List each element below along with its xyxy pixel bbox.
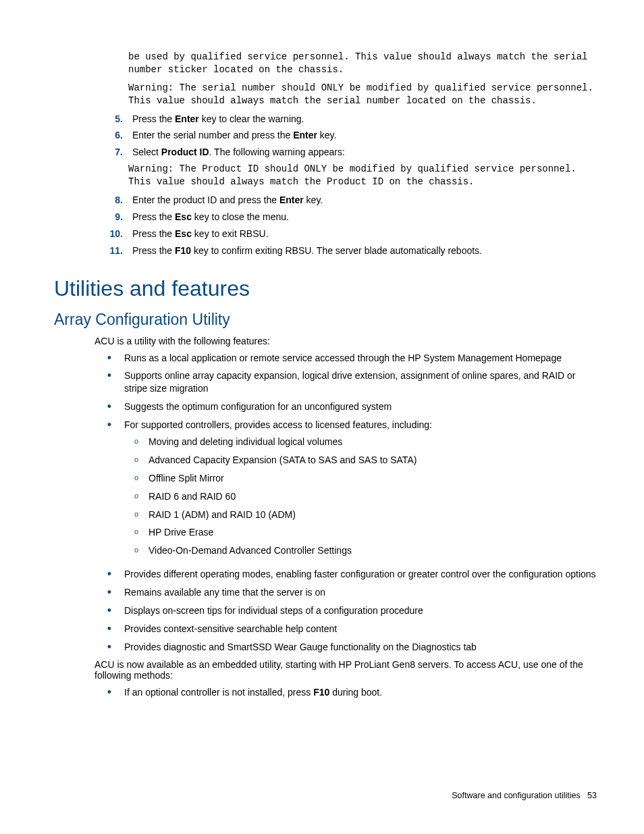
step-text: Enter the serial number and press the En… [132, 129, 597, 142]
bullet-icon: • [95, 623, 124, 635]
step-text: Select Product ID. The following warning… [132, 146, 597, 159]
list-item: •Remains available any time that the ser… [95, 586, 597, 599]
step-text: Press the Esc key to exit RBSU. [132, 228, 597, 240]
content-column: be used by qualified service personnel. … [47, 51, 597, 699]
sub-list-text: RAID 6 and RAID 60 [149, 490, 597, 503]
bullet-icon: • [95, 586, 124, 599]
warning-text: be used by qualified service personnel. … [128, 51, 597, 76]
bullet-icon: • [95, 568, 124, 581]
bold-key: F10 [313, 687, 329, 698]
circle-bullet-icon: o [124, 454, 149, 467]
bold-key: Enter [279, 194, 304, 205]
bold-key: F10 [175, 245, 191, 256]
document-page: be used by qualified service personnel. … [0, 0, 644, 834]
list-item: •Provides different operating modes, ena… [95, 568, 597, 581]
sub-list-text: HP Drive Erase [149, 526, 597, 539]
list-text: If an optional controller is not install… [124, 686, 597, 699]
bullet-icon: • [95, 604, 124, 617]
sub-list-item: oAdvanced Capacity Expansion (SATA to SA… [124, 454, 597, 467]
step-number: 10. [95, 228, 123, 240]
sub-list-item: oHP Drive Erase [124, 526, 597, 539]
sub-list-text: Video-On-Demand Advanced Controller Sett… [149, 544, 597, 557]
list-text: Displays on-screen tips for individual s… [124, 604, 597, 617]
list-text: Runs as a local application or remote se… [124, 352, 597, 365]
warning-text: Warning: The serial number should ONLY b… [128, 82, 597, 107]
circle-bullet-icon: o [124, 490, 149, 503]
bold-key: Esc [175, 228, 192, 239]
bold-key: Enter [175, 113, 199, 124]
step-number: 6. [95, 129, 123, 142]
sub-list: oMoving and deleting individual logical … [124, 436, 597, 557]
step-number: 8. [95, 194, 123, 207]
bullet-icon: • [95, 419, 124, 563]
step-item: 8.Enter the product ID and press the Ent… [95, 194, 597, 207]
step-text: Press the F10 key to confirm exiting RBS… [132, 244, 597, 257]
list-item: •If an optional controller is not instal… [95, 686, 597, 699]
list-item: •For supported controllers, provides acc… [95, 419, 597, 563]
circle-bullet-icon: o [124, 526, 149, 539]
step-item: 9.Press the Esc key to close the menu. [95, 211, 597, 224]
list-item: •Displays on-screen tips for individual … [95, 604, 597, 617]
bullet-icon: • [95, 400, 124, 413]
step-item: 5.Press the Enter key to clear the warni… [95, 113, 597, 126]
paragraph: ACU is a utility with the following feat… [95, 336, 597, 346]
bold-key: Product ID [161, 147, 209, 157]
heading-1: Utilities and features [54, 276, 597, 301]
list-item: •Suggests the optimum configuration for … [95, 400, 597, 413]
page-number: 53 [587, 791, 597, 800]
feature-list: •Runs as a local application or remote s… [95, 352, 597, 654]
footer-label: Software and configuration utilities [452, 791, 580, 800]
step-item: 6.Enter the serial number and press the … [95, 129, 597, 142]
circle-bullet-icon: o [124, 509, 149, 521]
page-footer: Software and configuration utilities 53 [452, 791, 597, 800]
list-item: •Provides diagnostic and SmartSSD Wear G… [95, 641, 597, 654]
heading-2: Array Configuration Utility [54, 311, 597, 329]
list-text: Supports online array capacity expansion… [124, 369, 597, 395]
sub-list-item: oMoving and deleting individual logical … [124, 436, 597, 448]
sub-list-item: oRAID 6 and RAID 60 [124, 490, 597, 503]
method-list: •If an optional controller is not instal… [95, 686, 597, 699]
step-number: 11. [95, 244, 123, 257]
list-item: •Supports online array capacity expansio… [95, 369, 597, 395]
sub-list-item: oOffline Split Mirror [124, 472, 597, 485]
circle-bullet-icon: o [124, 544, 149, 557]
paragraph: ACU is now available as an embedded util… [95, 659, 597, 681]
step-item: 11.Press the F10 key to confirm exiting … [95, 244, 597, 257]
circle-bullet-icon: o [124, 472, 149, 485]
sub-list-text: RAID 1 (ADM) and RAID 10 (ADM) [149, 509, 597, 521]
list-item: •Provides context-sensitive searchable h… [95, 623, 597, 635]
list-text: Provides diagnostic and SmartSSD Wear Ga… [124, 641, 597, 654]
ordered-steps: 5.Press the Enter key to clear the warni… [95, 113, 597, 257]
bullet-icon: • [95, 686, 124, 699]
step-number: 5. [95, 113, 123, 126]
step-text: Press the Enter key to clear the warning… [132, 113, 597, 126]
step-item: 7.Select Product ID. The following warni… [95, 146, 597, 159]
sub-list-item: oVideo-On-Demand Advanced Controller Set… [124, 544, 597, 557]
step-item: 10.Press the Esc key to exit RBSU. [95, 228, 597, 240]
list-text: For supported controllers, provides acce… [124, 419, 597, 563]
step-number: 9. [95, 211, 123, 224]
step-text: Press the Esc key to close the menu. [132, 211, 597, 224]
step-text: Enter the product ID and press the Enter… [132, 194, 597, 207]
bullet-icon: • [95, 641, 124, 654]
bullet-icon: • [95, 352, 124, 365]
list-item: •Runs as a local application or remote s… [95, 352, 597, 365]
sub-list-text: Advanced Capacity Expansion (SATA to SAS… [149, 454, 597, 467]
bold-key: Esc [175, 211, 192, 222]
sub-list-text: Offline Split Mirror [149, 472, 597, 485]
list-text: Provides context-sensitive searchable he… [124, 623, 597, 635]
warning-text: Warning: The Product ID should ONLY be m… [128, 163, 597, 188]
bullet-icon: • [95, 369, 124, 395]
list-text: Remains available any time that the serv… [124, 586, 597, 599]
list-text: Suggests the optimum configuration for a… [124, 400, 597, 413]
step-number: 7. [95, 146, 123, 159]
list-text: Provides different operating modes, enab… [124, 568, 597, 581]
sub-list-item: oRAID 1 (ADM) and RAID 10 (ADM) [124, 509, 597, 521]
bold-key: Enter [293, 130, 317, 140]
circle-bullet-icon: o [124, 436, 149, 448]
sub-list-text: Moving and deleting individual logical v… [149, 436, 597, 448]
